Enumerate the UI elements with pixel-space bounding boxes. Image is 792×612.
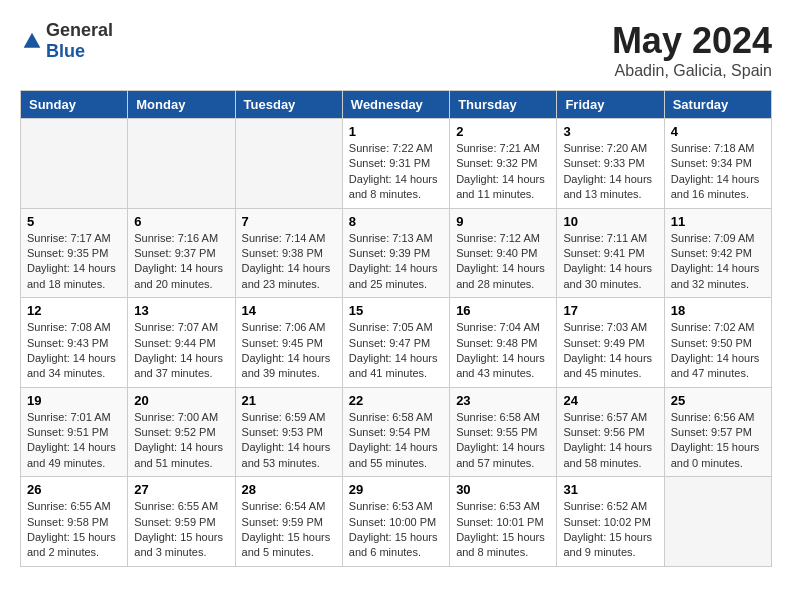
calendar-cell: 22 Sunrise: 6:58 AM Sunset: 9:54 PM Dayl… xyxy=(342,387,449,477)
day-daylight: Daylight: 14 hours and 41 minutes. xyxy=(349,352,438,379)
day-sunset: Sunset: 9:52 PM xyxy=(134,426,215,438)
day-sunrise: Sunrise: 7:06 AM xyxy=(242,321,326,333)
day-number: 13 xyxy=(134,303,228,318)
calendar-cell: 11 Sunrise: 7:09 AM Sunset: 9:42 PM Dayl… xyxy=(664,208,771,298)
calendar-cell: 1 Sunrise: 7:22 AM Sunset: 9:31 PM Dayli… xyxy=(342,119,449,209)
calendar-cell: 31 Sunrise: 6:52 AM Sunset: 10:02 PM Day… xyxy=(557,477,664,567)
day-number: 31 xyxy=(563,482,657,497)
day-sunset: Sunset: 9:41 PM xyxy=(563,247,644,259)
day-sunset: Sunset: 9:33 PM xyxy=(563,157,644,169)
day-daylight: Daylight: 14 hours and 53 minutes. xyxy=(242,441,331,468)
calendar-cell xyxy=(21,119,128,209)
logo: General Blue xyxy=(20,20,113,62)
day-sunset: Sunset: 10:00 PM xyxy=(349,516,436,528)
calendar-cell: 30 Sunrise: 6:53 AM Sunset: 10:01 PM Day… xyxy=(450,477,557,567)
day-sunrise: Sunrise: 7:18 AM xyxy=(671,142,755,154)
day-sunset: Sunset: 9:35 PM xyxy=(27,247,108,259)
day-number: 19 xyxy=(27,393,121,408)
calendar-cell: 24 Sunrise: 6:57 AM Sunset: 9:56 PM Dayl… xyxy=(557,387,664,477)
day-number: 23 xyxy=(456,393,550,408)
calendar-cell: 16 Sunrise: 7:04 AM Sunset: 9:48 PM Dayl… xyxy=(450,298,557,388)
day-sunset: Sunset: 9:42 PM xyxy=(671,247,752,259)
day-number: 12 xyxy=(27,303,121,318)
page-header: General Blue May 2024 Abadin, Galicia, S… xyxy=(20,20,772,80)
calendar-cell: 3 Sunrise: 7:20 AM Sunset: 9:33 PM Dayli… xyxy=(557,119,664,209)
day-sunset: Sunset: 9:44 PM xyxy=(134,337,215,349)
day-sunset: Sunset: 10:01 PM xyxy=(456,516,543,528)
calendar-cell: 7 Sunrise: 7:14 AM Sunset: 9:38 PM Dayli… xyxy=(235,208,342,298)
day-number: 6 xyxy=(134,214,228,229)
day-sunrise: Sunrise: 7:07 AM xyxy=(134,321,218,333)
day-sunrise: Sunrise: 6:54 AM xyxy=(242,500,326,512)
calendar-cell: 15 Sunrise: 7:05 AM Sunset: 9:47 PM Dayl… xyxy=(342,298,449,388)
day-number: 18 xyxy=(671,303,765,318)
day-daylight: Daylight: 14 hours and 49 minutes. xyxy=(27,441,116,468)
title-block: May 2024 Abadin, Galicia, Spain xyxy=(612,20,772,80)
day-daylight: Daylight: 15 hours and 8 minutes. xyxy=(456,531,545,558)
day-sunset: Sunset: 9:55 PM xyxy=(456,426,537,438)
day-sunset: Sunset: 10:02 PM xyxy=(563,516,650,528)
day-daylight: Daylight: 14 hours and 43 minutes. xyxy=(456,352,545,379)
day-number: 24 xyxy=(563,393,657,408)
day-sunrise: Sunrise: 6:55 AM xyxy=(134,500,218,512)
day-daylight: Daylight: 14 hours and 11 minutes. xyxy=(456,173,545,200)
day-number: 22 xyxy=(349,393,443,408)
day-daylight: Daylight: 14 hours and 16 minutes. xyxy=(671,173,760,200)
day-number: 11 xyxy=(671,214,765,229)
day-sunrise: Sunrise: 7:11 AM xyxy=(563,232,647,244)
day-sunrise: Sunrise: 6:55 AM xyxy=(27,500,111,512)
day-number: 5 xyxy=(27,214,121,229)
calendar-cell: 4 Sunrise: 7:18 AM Sunset: 9:34 PM Dayli… xyxy=(664,119,771,209)
calendar-cell: 25 Sunrise: 6:56 AM Sunset: 9:57 PM Dayl… xyxy=(664,387,771,477)
day-daylight: Daylight: 15 hours and 3 minutes. xyxy=(134,531,223,558)
day-sunset: Sunset: 9:43 PM xyxy=(27,337,108,349)
calendar-cell: 13 Sunrise: 7:07 AM Sunset: 9:44 PM Dayl… xyxy=(128,298,235,388)
day-daylight: Daylight: 14 hours and 34 minutes. xyxy=(27,352,116,379)
logo-text-general: General xyxy=(46,20,113,40)
weekday-header-sunday: Sunday xyxy=(21,91,128,119)
calendar-cell: 21 Sunrise: 6:59 AM Sunset: 9:53 PM Dayl… xyxy=(235,387,342,477)
day-sunrise: Sunrise: 7:17 AM xyxy=(27,232,111,244)
day-sunset: Sunset: 9:39 PM xyxy=(349,247,430,259)
day-sunset: Sunset: 9:48 PM xyxy=(456,337,537,349)
calendar-cell: 19 Sunrise: 7:01 AM Sunset: 9:51 PM Dayl… xyxy=(21,387,128,477)
day-sunrise: Sunrise: 7:00 AM xyxy=(134,411,218,423)
calendar-cell xyxy=(128,119,235,209)
day-number: 9 xyxy=(456,214,550,229)
day-daylight: Daylight: 15 hours and 2 minutes. xyxy=(27,531,116,558)
day-sunset: Sunset: 9:58 PM xyxy=(27,516,108,528)
calendar-cell: 6 Sunrise: 7:16 AM Sunset: 9:37 PM Dayli… xyxy=(128,208,235,298)
day-daylight: Daylight: 14 hours and 39 minutes. xyxy=(242,352,331,379)
day-number: 4 xyxy=(671,124,765,139)
day-sunrise: Sunrise: 7:05 AM xyxy=(349,321,433,333)
day-sunset: Sunset: 9:38 PM xyxy=(242,247,323,259)
day-sunset: Sunset: 9:59 PM xyxy=(134,516,215,528)
day-sunrise: Sunrise: 7:20 AM xyxy=(563,142,647,154)
day-sunrise: Sunrise: 7:12 AM xyxy=(456,232,540,244)
day-daylight: Daylight: 14 hours and 8 minutes. xyxy=(349,173,438,200)
day-number: 8 xyxy=(349,214,443,229)
calendar-cell: 5 Sunrise: 7:17 AM Sunset: 9:35 PM Dayli… xyxy=(21,208,128,298)
day-sunset: Sunset: 9:53 PM xyxy=(242,426,323,438)
day-daylight: Daylight: 14 hours and 45 minutes. xyxy=(563,352,652,379)
calendar-cell: 27 Sunrise: 6:55 AM Sunset: 9:59 PM Dayl… xyxy=(128,477,235,567)
calendar-cell: 10 Sunrise: 7:11 AM Sunset: 9:41 PM Dayl… xyxy=(557,208,664,298)
day-sunrise: Sunrise: 7:02 AM xyxy=(671,321,755,333)
day-daylight: Daylight: 15 hours and 9 minutes. xyxy=(563,531,652,558)
day-number: 29 xyxy=(349,482,443,497)
month-year: May 2024 xyxy=(612,20,772,62)
svg-marker-0 xyxy=(24,33,41,48)
day-number: 27 xyxy=(134,482,228,497)
day-daylight: Daylight: 15 hours and 5 minutes. xyxy=(242,531,331,558)
day-sunrise: Sunrise: 6:58 AM xyxy=(456,411,540,423)
day-number: 30 xyxy=(456,482,550,497)
day-number: 25 xyxy=(671,393,765,408)
day-sunset: Sunset: 9:45 PM xyxy=(242,337,323,349)
day-daylight: Daylight: 14 hours and 32 minutes. xyxy=(671,262,760,289)
day-number: 10 xyxy=(563,214,657,229)
day-sunrise: Sunrise: 7:21 AM xyxy=(456,142,540,154)
day-sunset: Sunset: 9:40 PM xyxy=(456,247,537,259)
day-number: 3 xyxy=(563,124,657,139)
day-daylight: Daylight: 15 hours and 0 minutes. xyxy=(671,441,760,468)
day-sunrise: Sunrise: 7:13 AM xyxy=(349,232,433,244)
